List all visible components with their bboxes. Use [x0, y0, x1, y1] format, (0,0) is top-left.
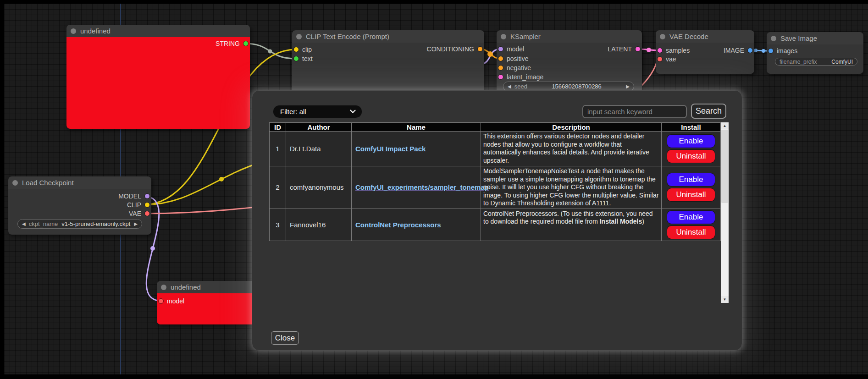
node-title: undefined	[171, 283, 201, 291]
node-ksampler[interactable]: KSampler model positive negative latent_…	[497, 30, 642, 100]
ckpt-name-value: v1-5-pruned-emaonly.ckpt	[58, 220, 134, 227]
images-input-dot[interactable]	[768, 49, 773, 53]
enable-button[interactable]: Enable	[667, 135, 715, 148]
close-button[interactable]: Close	[271, 331, 299, 345]
decrement-arrow-icon[interactable]: ◀	[508, 84, 511, 89]
input-slot-negative[interactable]: negative	[498, 64, 531, 72]
header-install: Install	[662, 123, 721, 132]
output-slot-string[interactable]: STRING	[216, 39, 248, 48]
uninstall-button[interactable]: Uninstall	[667, 226, 715, 239]
header-id: ID	[270, 123, 286, 132]
input-slot-positive[interactable]: positive	[498, 55, 528, 63]
image-output-dot[interactable]	[748, 48, 752, 53]
vae-output-dot[interactable]	[145, 211, 149, 216]
node-title: Load Checkpoint	[22, 179, 74, 187]
widget-name: ckpt_name	[29, 220, 58, 227]
model-input-dot[interactable]	[159, 299, 163, 303]
extension-manager-dialog: Filter: all Search ID Author Name Descri…	[252, 90, 742, 351]
input-slot-samples[interactable]: samples	[658, 46, 690, 55]
scroll-down-icon[interactable]: ▼	[721, 296, 729, 303]
text-input-dot[interactable]	[294, 56, 299, 61]
latent-output-dot[interactable]	[636, 47, 640, 51]
search-input[interactable]	[582, 105, 687, 118]
ext-id: 1	[270, 132, 286, 166]
ext-description: ControlNet Preprocessors. (To use this e…	[481, 209, 662, 241]
vae-input-dot[interactable]	[658, 57, 662, 61]
input-slot-images[interactable]: images	[768, 47, 797, 55]
ext-author: comfyanonymous	[286, 166, 352, 209]
filename-prefix-widget[interactable]: filename_prefix ComfyUI	[775, 58, 857, 66]
widget-name: seed	[514, 83, 527, 90]
output-slot-latent[interactable]: LATENT	[608, 45, 640, 53]
table-row: 2 comfyanonymous ComfyUI_experiments/sam…	[270, 166, 721, 209]
next-arrow-icon[interactable]: ▶	[134, 222, 138, 226]
node-status-dot	[296, 34, 302, 39]
node-status-dot	[501, 34, 506, 39]
node-title: undefined	[80, 27, 111, 35]
string-output-dot[interactable]	[243, 41, 248, 46]
latent-image-input-dot[interactable]	[498, 75, 503, 79]
table-scrollbar[interactable]: ▲ ▼	[721, 122, 729, 303]
output-slot-image[interactable]: IMAGE	[724, 46, 752, 55]
header-author: Author	[286, 123, 352, 132]
ext-id: 2	[270, 166, 286, 209]
model-input-dot[interactable]	[498, 47, 503, 51]
clip-output-dot[interactable]	[145, 203, 149, 207]
output-slot-vae[interactable]: VAE	[129, 209, 149, 218]
table-row: 1 Dr.Lt.Data ComfyUI Impact Pack This ex…	[270, 132, 721, 166]
input-slot-latent-image[interactable]: latent_image	[498, 73, 543, 81]
filter-select[interactable]: Filter: all	[273, 105, 362, 118]
filter-select-value: Filter: all	[280, 108, 306, 115]
ext-description: ModelSamplerTonemapNoiseTest a node that…	[481, 166, 662, 209]
node-status-dot	[660, 34, 665, 39]
input-slot-model[interactable]: model	[498, 45, 524, 53]
ext-author: Dr.Lt.Data	[286, 132, 352, 166]
input-slot-model[interactable]: model	[159, 297, 184, 305]
prev-arrow-icon[interactable]: ◀	[22, 222, 26, 226]
output-slot-model[interactable]: MODEL	[118, 192, 149, 200]
negative-input-dot[interactable]	[498, 66, 503, 70]
output-slot-clip[interactable]: CLIP	[127, 201, 149, 209]
ext-name-link[interactable]: ControlNet Preprocessors	[355, 221, 441, 229]
node-status-dot	[71, 28, 76, 34]
scrollbar-thumb[interactable]	[721, 130, 728, 203]
node-vae-decode[interactable]: VAE Decode samples vae IMAGE	[656, 30, 754, 74]
ext-name-link[interactable]: ComfyUI Impact Pack	[355, 145, 426, 153]
node-status-dot	[771, 36, 776, 41]
node-undefined-top[interactable]: undefined STRING	[66, 25, 250, 129]
widget-name: filename_prefix	[780, 59, 817, 65]
uninstall-button[interactable]: Uninstall	[667, 150, 715, 163]
node-save-image[interactable]: Save Image images filename_prefix ComfyU…	[767, 32, 863, 74]
filename-prefix-value: ComfyUI	[817, 59, 853, 65]
ext-id: 3	[270, 209, 286, 241]
search-button[interactable]: Search	[691, 104, 726, 119]
uninstall-button[interactable]: Uninstall	[667, 188, 715, 201]
ext-name-link[interactable]: ComfyUI_experiments/sampler_tonemap	[355, 183, 489, 191]
ckpt-name-widget[interactable]: ◀ ckpt_name v1-5-pruned-emaonly.ckpt ▶	[17, 219, 142, 229]
node-title: VAE Decode	[669, 33, 708, 40]
input-slot-clip[interactable]: clip	[294, 45, 312, 54]
input-slot-text[interactable]: text	[294, 55, 313, 63]
enable-button[interactable]: Enable	[667, 211, 715, 224]
table-row: 3 Fannovel16 ControlNet Preprocessors Co…	[270, 209, 721, 241]
increment-arrow-icon[interactable]: ▶	[626, 84, 630, 89]
header-description: Description	[481, 123, 662, 132]
node-status-dot	[161, 285, 166, 290]
clip-input-dot[interactable]	[294, 47, 299, 52]
node-load-checkpoint[interactable]: Load Checkpoint MODEL CLIP VAE ◀ ckpt_na…	[8, 176, 151, 235]
positive-input-dot[interactable]	[498, 56, 503, 61]
enable-button[interactable]: Enable	[667, 173, 715, 186]
conditioning-output-dot[interactable]	[478, 47, 482, 51]
extension-table: ID Author Name Description Install 1 Dr.…	[269, 122, 721, 241]
ext-description: This extension offers various detector n…	[481, 132, 662, 166]
output-slot-conditioning[interactable]: CONDITIONING	[427, 45, 482, 53]
header-name: Name	[352, 123, 481, 132]
scroll-up-icon[interactable]: ▲	[721, 122, 729, 129]
seed-widget[interactable]: ◀ seed 156680208700286 ▶	[503, 82, 634, 91]
seed-value: 156680208700286	[527, 83, 626, 90]
node-title: KSampler	[510, 33, 541, 40]
samples-input-dot[interactable]	[658, 48, 662, 53]
chevron-down-icon	[350, 107, 356, 113]
input-slot-vae[interactable]: vae	[658, 55, 676, 63]
model-output-dot[interactable]	[145, 194, 149, 198]
